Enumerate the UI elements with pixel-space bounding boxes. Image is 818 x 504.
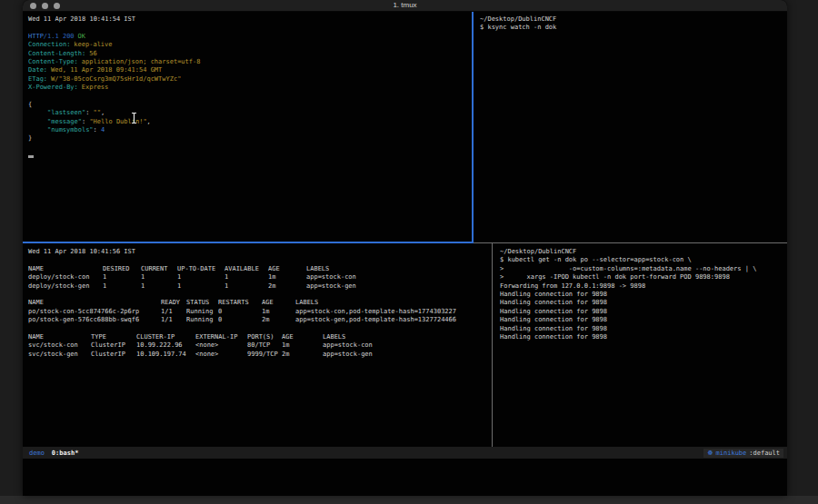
pane-divider-vertical-bottom[interactable] <box>492 243 493 447</box>
text-cursor-pointer <box>131 113 137 124</box>
json-field-line: "lastseen": "", <box>28 109 472 117</box>
kubernetes-helm-icon: ☸ <box>707 450 713 457</box>
table-cell: po/stock-con-5cc874766c-2p6rp <box>28 308 161 316</box>
json-value: 4 <box>101 126 105 134</box>
kube-namespace: :default <box>749 450 780 457</box>
table-cell: 1 <box>141 282 177 291</box>
json-value: "Hello Dublin!" <box>89 118 146 126</box>
column-header: LABELS <box>323 333 345 341</box>
column-header: STATUS <box>186 299 218 307</box>
timestamp-line: Wed 11 Apr 2018 10:41:56 IST <box>28 248 492 256</box>
header-value: Wed, 11 Apr 2018 09:41:54 GMT <box>51 66 162 74</box>
table-cell: deploy/stock-con <box>28 273 103 282</box>
column-header: AGE <box>262 299 295 307</box>
column-header: NAME <box>28 265 103 273</box>
desktop-background: 1. tmux Wed 11 Apr 2018 10:41:54 IST HTT… <box>0 0 818 504</box>
column-header: CURRENT <box>141 265 177 273</box>
json-field-line: "numsymbols": 4 <box>28 126 472 134</box>
table-cell: 0 <box>218 316 262 324</box>
table-cell: 1/1 <box>161 316 186 324</box>
pane-ksync[interactable]: ~/Desktop/DublinCNCF $ ksync watch -n do… <box>474 12 787 242</box>
http-version-status: /1.1 200 <box>44 33 75 41</box>
column-header: AGE <box>282 333 323 341</box>
output-line: Forwarding from 127.0.0.1:9898 -> 9898 <box>500 282 787 291</box>
pane-http-response[interactable]: Wed 11 Apr 2018 10:41:54 IST HTTP /1.1 2… <box>23 12 472 242</box>
table-cell: 1m <box>282 341 323 350</box>
pane-divider-horizontal-left[interactable] <box>23 242 474 243</box>
output-line: Handling connection for 9898 <box>500 325 787 333</box>
prompt-line <box>28 155 472 163</box>
deployments-header-row: NAME DESIRED CURRENT UP-TO-DATE AVAILABL… <box>28 265 492 273</box>
header-value: Express <box>82 84 109 92</box>
blank-line <box>28 24 472 32</box>
table-cell: ClusterIP <box>91 351 136 359</box>
column-header: TYPE <box>91 333 136 341</box>
json-field-line: "message": "Hello Dublin!", <box>28 118 472 126</box>
column-header: NAME <box>28 333 91 341</box>
table-row: svc/stock-gen ClusterIP 10.109.197.74 <n… <box>28 351 492 359</box>
table-cell: svc/stock-con <box>28 341 91 350</box>
column-header: NAME <box>28 299 161 307</box>
blank-line <box>28 256 492 264</box>
table-cell: Running <box>186 316 218 324</box>
window-list-item-active[interactable]: 0:bash* <box>52 450 79 457</box>
blank-line <box>28 143 472 152</box>
table-cell: 1 <box>224 282 268 291</box>
traffic-lights <box>30 3 60 9</box>
header-key: Date: <box>28 66 47 74</box>
table-cell: <none> <box>195 341 247 350</box>
json-separator: : <box>85 109 93 117</box>
json-open-brace: { <box>28 101 472 109</box>
table-cell: app=stock-gen,pod-template-hash=13277244… <box>295 316 456 324</box>
table-cell: app=stock-gen <box>323 351 373 359</box>
column-header: DESIRED <box>103 265 141 273</box>
table-cell: app=stock-con <box>306 273 356 282</box>
json-close-brace: } <box>28 134 472 143</box>
pane-port-forward[interactable]: ~/Desktop/DublinCNCF $ kubectl get -n do… <box>494 243 787 447</box>
command-line: $ ksync watch -n dok <box>480 24 787 32</box>
close-button-icon[interactable] <box>30 3 36 9</box>
table-cell: 10.99.222.96 <box>136 341 195 350</box>
table-cell: 1/1 <box>161 308 186 316</box>
table-cell: <none> <box>195 351 247 359</box>
table-cell: 10.109.197.74 <box>136 351 195 359</box>
json-key: "lastseen" <box>47 109 85 117</box>
kube-context-segment: ☸ minikube :default <box>703 449 783 458</box>
column-header: LABELS <box>306 265 329 273</box>
column-header: UP-TO-DATE <box>177 265 224 273</box>
minimize-button-icon[interactable] <box>42 3 48 9</box>
header-value: keep-alive <box>74 41 112 49</box>
pane-divider-vertical-top[interactable] <box>472 12 474 242</box>
table-cell: 2m <box>262 316 295 324</box>
zoom-button-icon[interactable] <box>54 3 60 9</box>
table-row: po/stock-gen-576cc688bb-swqf6 1/1 Runnin… <box>28 316 492 324</box>
table-cell: 1 <box>177 273 224 282</box>
header-key: Connection: <box>28 41 70 49</box>
column-header: RESTARTS <box>218 299 262 307</box>
blank-line <box>28 291 492 299</box>
header-key: ETag: <box>28 75 47 84</box>
terminal-cursor <box>28 155 34 158</box>
json-comma: , <box>101 109 105 117</box>
header-value: application/json; charset=utf-8 <box>82 58 201 66</box>
json-value: "" <box>94 109 101 117</box>
output-line: Handling connection for 9898 <box>500 316 787 324</box>
header-key: Content-Type: <box>28 58 78 66</box>
json-separator: : <box>94 126 101 134</box>
table-cell: 1 <box>177 282 224 291</box>
pane-kubectl-resources[interactable]: Wed 11 Apr 2018 10:41:56 IST NAME DESIRE… <box>23 243 492 447</box>
table-cell: 1 <box>224 273 268 282</box>
window-title: 1. tmux <box>23 0 787 11</box>
pane-divider-horizontal-right[interactable] <box>474 242 787 243</box>
window-titlebar[interactable]: 1. tmux <box>23 0 787 12</box>
http-header-line: Content-Length: 56 <box>28 50 472 58</box>
table-cell: 1m <box>262 308 295 316</box>
table-row: svc/stock-con ClusterIP 10.99.222.96 <no… <box>28 341 492 350</box>
command-continuation-line: > xargs -IPOD kubectl -n dok port-forwar… <box>500 273 787 282</box>
json-key: "message" <box>47 118 82 126</box>
http-header-line: Date: Wed, 11 Apr 2018 09:41:54 GMT <box>28 66 472 74</box>
table-cell: 80/TCP <box>247 341 282 350</box>
column-header: AGE <box>268 265 306 273</box>
terminal-window: 1. tmux Wed 11 Apr 2018 10:41:54 IST HTT… <box>23 0 787 496</box>
table-cell: 2m <box>268 282 306 291</box>
